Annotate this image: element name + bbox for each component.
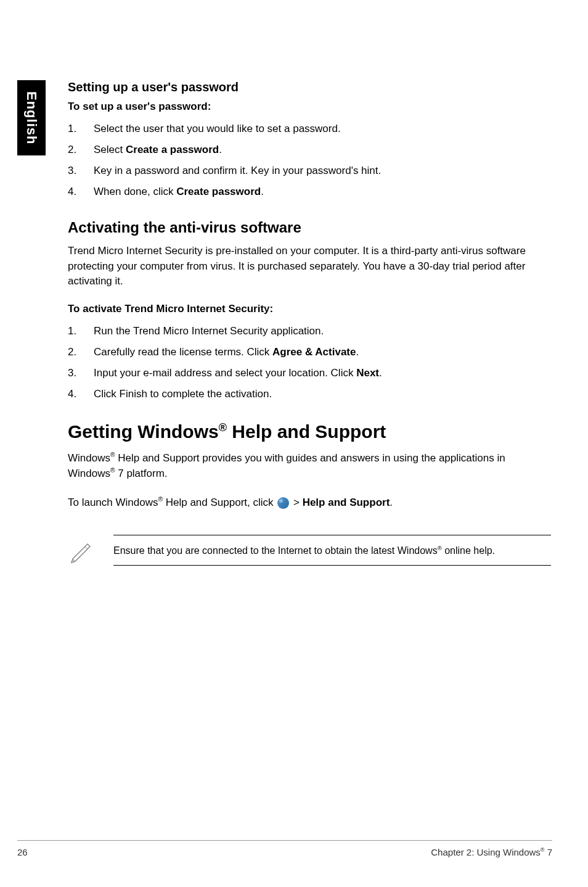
windows-start-icon xyxy=(277,497,289,509)
step-text: Select Create a password. xyxy=(94,141,222,159)
pencil-note-icon xyxy=(68,537,95,564)
password-intro: To set up a user's password: xyxy=(68,101,551,113)
antivirus-intro: To activate Trend Micro Internet Securit… xyxy=(68,303,551,315)
list-item: 3.Input your e-mail address and select y… xyxy=(68,365,551,382)
note-text: Ensure that you are connected to the Int… xyxy=(113,545,495,556)
page-number: 26 xyxy=(17,847,28,857)
note-box: Ensure that you are connected to the Int… xyxy=(68,535,551,565)
antivirus-steps: 1.Run the Trend Micro Internet Security … xyxy=(68,323,551,403)
main-content: Setting up a user's password To set up a… xyxy=(68,80,551,566)
step-text: Carefully read the license terms. Click … xyxy=(94,344,359,361)
chapter-label: Chapter 2: Using Windows® 7 xyxy=(431,847,552,857)
step-text: Select the user that you would like to s… xyxy=(94,120,341,138)
subsection-heading-password: Setting up a user's password xyxy=(68,80,551,94)
help-launch: To launch Windows® Help and Support, cli… xyxy=(68,495,551,511)
step-text: Key in a password and confirm it. Key in… xyxy=(94,162,381,179)
page-footer: 26 Chapter 2: Using Windows® 7 xyxy=(17,840,552,857)
language-tab: English xyxy=(17,80,46,155)
step-text: Run the Trend Micro Internet Security ap… xyxy=(94,323,324,340)
list-item: 3.Key in a password and confirm it. Key … xyxy=(68,162,551,179)
list-item: 1.Run the Trend Micro Internet Security … xyxy=(68,323,551,340)
help-body: Windows® Help and Support provides you w… xyxy=(68,451,551,481)
list-item: 4.Click Finish to complete the activatio… xyxy=(68,386,551,403)
list-item: 2.Select Create a password. xyxy=(68,141,551,159)
password-steps: 1.Select the user that you would like to… xyxy=(68,120,551,200)
main-heading-help: Getting Windows® Help and Support xyxy=(68,421,551,442)
step-text: Click Finish to complete the activation. xyxy=(94,386,272,403)
step-text: When done, click Create password. xyxy=(94,183,264,200)
section-heading-antivirus: Activating the anti-virus software xyxy=(68,219,551,236)
list-item: 2.Carefully read the license terms. Clic… xyxy=(68,344,551,361)
antivirus-body: Trend Micro Internet Security is pre-ins… xyxy=(68,244,551,289)
list-item: 1.Select the user that you would like to… xyxy=(68,120,551,138)
step-text: Input your e-mail address and select you… xyxy=(94,365,382,382)
list-item: 4.When done, click Create password. xyxy=(68,183,551,200)
